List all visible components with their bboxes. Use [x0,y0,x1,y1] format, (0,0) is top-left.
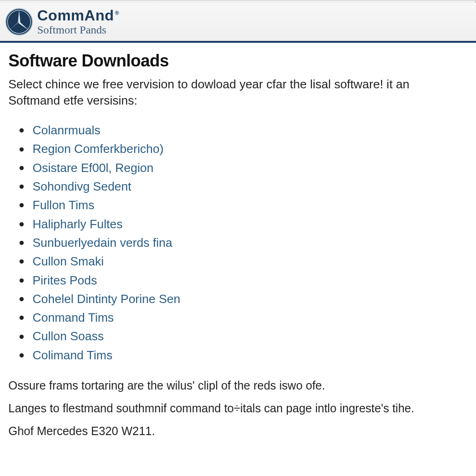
header-bar: CommAnd® Softmort Pands [0,3,476,43]
download-link[interactable]: Halipharly Fultes [33,217,123,231]
list-item: Halipharly Fultes [20,215,468,233]
download-link[interactable]: Fullon Tims [33,198,94,212]
footer-paragraph-3: Ghof Mercedes E320 W211. [8,423,464,439]
list-item: Sunbuerlyedain verds fina [20,233,468,252]
footer-paragraph-1: Ossure frams tortaring are the wilus' cl… [8,377,464,394]
download-link[interactable]: Cohelel Dintinty Porine Sen [33,292,180,306]
brand-block: CommAnd® Softmort Pands [37,8,119,36]
brand-logo [4,7,34,37]
list-item: Cullon Soass [20,327,468,345]
registered-mark: ® [115,10,119,16]
list-item: Region Comferkbericho) [20,139,468,158]
download-link[interactable]: Sunbuerlyedain verds fina [33,236,172,250]
list-item: Colanrmuals [20,121,468,139]
list-item: Osistare Ef00l, Region [20,159,468,177]
list-item: Colimand Tims [20,346,468,364]
download-link-list: Colanrmuals Region Comferkbericho) Osist… [20,121,468,364]
download-link[interactable]: Conmand Tims [33,311,114,324]
intro-text: Select chince we free vervision to dowlo… [8,76,455,109]
brand-title: CommAnd® [37,8,119,23]
download-link[interactable]: Osistare Ef00l, Region [33,161,153,175]
page-title: Software Downloads [8,51,468,71]
list-item: Sohondivg Sedent [20,177,468,196]
brand-title-text: CommAnd [37,7,114,24]
brand-subtitle: Softmort Pands [37,24,119,36]
footer-paragraph-2: Langes to flestmand southmnif command to… [8,400,464,416]
download-link[interactable]: Region Comferkbericho) [33,142,164,156]
download-link[interactable]: Colanrmuals [33,123,100,137]
list-item: Cohelel Dintinty Porine Sen [20,290,468,308]
list-item: Cullon Smaki [20,252,468,271]
list-item: Pirites Pods [20,271,468,290]
mercedes-star-icon [5,7,33,36]
download-link[interactable]: Cullon Smaki [33,254,104,268]
download-link[interactable]: Pirites Pods [33,273,97,287]
main-content: Software Downloads Select chince we free… [0,43,476,439]
download-link[interactable]: Sohondivg Sedent [33,179,132,193]
download-link[interactable]: Cullon Soass [33,329,104,343]
download-link[interactable]: Colimand Tims [33,348,112,362]
list-item: Conmand Tims [20,308,468,327]
list-item: Fullon Tims [20,196,468,214]
